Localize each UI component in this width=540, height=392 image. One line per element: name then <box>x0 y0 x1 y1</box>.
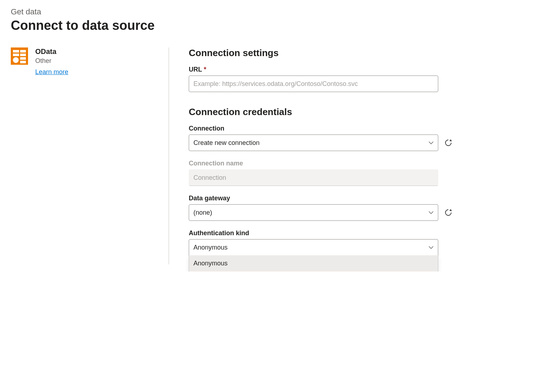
connector-panel: OData Other Learn more <box>11 47 169 264</box>
svg-rect-7 <box>20 61 26 63</box>
auth-kind-dropdown-value: Anonymous <box>193 244 228 251</box>
svg-rect-4 <box>20 54 26 56</box>
svg-rect-3 <box>13 54 19 56</box>
svg-point-5 <box>13 57 19 63</box>
auth-kind-dropdown[interactable]: Anonymous Anonymous Basic Organizational… <box>189 239 438 256</box>
svg-rect-1 <box>13 50 19 53</box>
auth-kind-label: Authentication kind <box>189 229 457 237</box>
refresh-connection-button[interactable] <box>443 138 453 148</box>
chevron-down-icon <box>429 246 434 249</box>
connection-dropdown[interactable]: Create new connection <box>189 135 438 151</box>
data-gateway-label: Data gateway <box>189 195 457 202</box>
connection-dropdown-value: Create new connection <box>193 139 260 147</box>
url-input[interactable] <box>189 76 438 92</box>
odata-connector-icon <box>11 47 28 65</box>
auth-kind-dropdown-list: Anonymous Basic Organizational account <box>189 255 438 272</box>
connection-name-label: Connection name <box>189 160 457 167</box>
url-label: URL * <box>189 66 457 73</box>
learn-more-link[interactable]: Learn more <box>35 68 68 76</box>
connection-name-input <box>189 169 438 186</box>
data-gateway-dropdown-value: (none) <box>193 209 212 216</box>
chevron-down-icon <box>429 211 434 214</box>
svg-rect-2 <box>20 50 26 53</box>
page-title: Connect to data source <box>11 18 529 33</box>
connector-category: Other <box>35 57 68 65</box>
connection-settings-heading: Connection settings <box>189 47 457 59</box>
refresh-icon <box>444 138 453 147</box>
data-gateway-dropdown[interactable]: (none) <box>189 204 438 221</box>
svg-rect-6 <box>20 57 26 60</box>
breadcrumb: Get data <box>11 7 529 17</box>
required-mark: * <box>204 66 206 73</box>
refresh-gateway-button[interactable] <box>443 208 453 218</box>
refresh-icon <box>444 208 453 217</box>
connector-name: OData <box>35 47 68 56</box>
connection-label: Connection <box>189 125 457 132</box>
chevron-down-icon <box>429 141 434 144</box>
auth-option-anonymous[interactable]: Anonymous <box>189 255 438 272</box>
connection-credentials-heading: Connection credentials <box>189 106 457 118</box>
